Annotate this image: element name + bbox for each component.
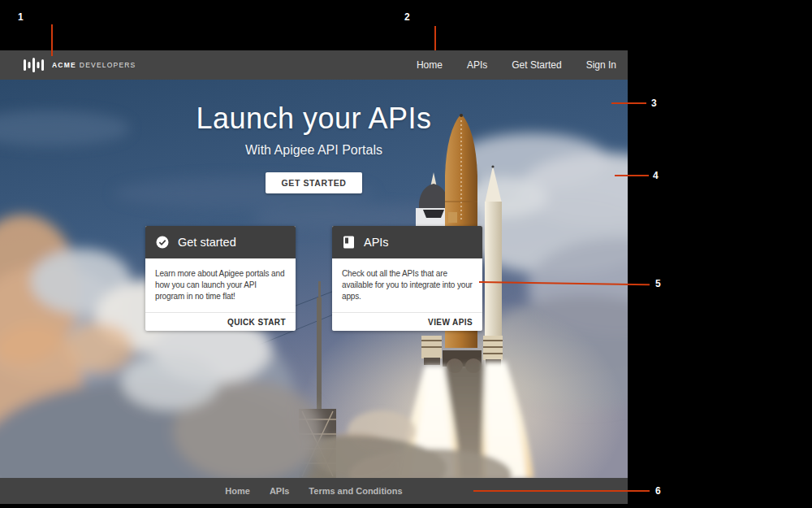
brand-logo[interactable]: ACMEDEVELOPERS — [23, 57, 136, 73]
card-get-started: Get started Learn more about Apigee port… — [145, 226, 296, 331]
developer-portal-page: ACMEDEVELOPERS Home APIs Get Started Sig… — [0, 50, 628, 504]
hero-title: Launch your APIs — [196, 101, 431, 137]
footer-link-apis[interactable]: APIs — [270, 486, 289, 496]
nav-item-apis[interactable]: APIs — [467, 59, 487, 71]
callout-4-line — [615, 175, 649, 176]
nav-item-home[interactable]: Home — [417, 59, 443, 71]
card-body-text: Learn more about Apigee portals and how … — [145, 258, 296, 312]
card-footer: VIEW APIS — [332, 312, 482, 331]
card-footer: QUICK START — [145, 312, 296, 331]
view-apis-link[interactable]: VIEW APIS — [428, 318, 473, 327]
callout-3-label: 3 — [651, 98, 657, 109]
brand-name-bold: ACME — [52, 61, 76, 69]
check-circle-icon — [156, 236, 169, 249]
callout-2-line — [434, 26, 436, 50]
card-get-started-header: Get started — [145, 226, 296, 258]
card-title: Get started — [178, 236, 236, 249]
callout-6-label: 6 — [655, 485, 661, 497]
main-nav: Home APIs Get Started Sign In — [417, 59, 616, 71]
quick-start-link[interactable]: QUICK START — [227, 318, 286, 327]
callout-6-line — [473, 490, 650, 492]
site-header: ACMEDEVELOPERS Home APIs Get Started Sig… — [0, 50, 628, 80]
hero-subtitle: With Apigee API Portals — [245, 141, 382, 159]
footer-link-home[interactable]: Home — [225, 486, 250, 496]
equalizer-bars-logo-icon — [23, 57, 44, 73]
card-apis-header: APIs — [332, 226, 482, 258]
card-body-text: Check out all the APIs that are availabl… — [332, 258, 482, 312]
brand-name: ACMEDEVELOPERS — [52, 61, 136, 69]
nav-item-get-started[interactable]: Get Started — [512, 59, 561, 71]
hero-section: Launch your APIs With Apigee API Portals… — [0, 80, 628, 478]
nav-item-sign-in[interactable]: Sign In — [586, 59, 616, 71]
callout-4-label: 4 — [653, 170, 659, 181]
book-icon — [343, 236, 355, 249]
brand-name-light: DEVELOPERS — [80, 61, 136, 69]
callout-2-label: 2 — [404, 11, 410, 23]
callout-1-line — [51, 24, 53, 56]
callout-5-label: 5 — [655, 278, 661, 289]
card-apis: APIs Check out all the APIs that are ava… — [332, 226, 482, 331]
callout-3-line — [611, 102, 646, 104]
footer-link-terms[interactable]: Terms and Conditions — [309, 486, 402, 496]
hero-content: Launch your APIs With Apigee API Portals… — [0, 80, 628, 478]
get-started-button[interactable]: GET STARTED — [266, 172, 363, 193]
card-title: APIs — [364, 236, 389, 249]
callout-1-label: 1 — [18, 11, 24, 23]
screenshot-stage: ACMEDEVELOPERS Home APIs Get Started Sig… — [0, 0, 812, 508]
feature-cards: Get started Learn more about Apigee port… — [145, 226, 482, 331]
